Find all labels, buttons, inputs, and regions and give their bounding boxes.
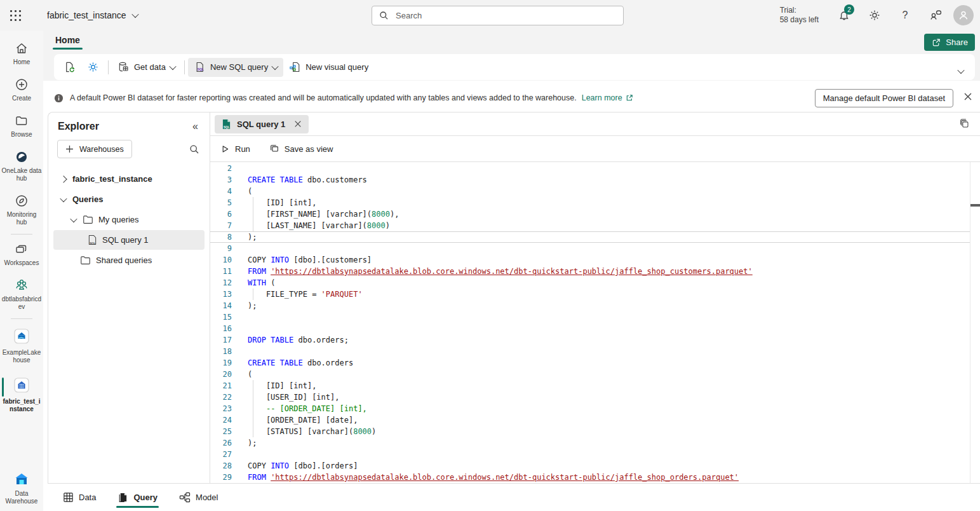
search-icon: [379, 11, 389, 20]
waffle-icon: [10, 10, 21, 21]
collapse-panel-icon[interactable]: «: [192, 121, 198, 132]
rail-item-fabric-test-instance[interactable]: fabric_test_instance: [0, 370, 43, 419]
tab-home[interactable]: Home: [54, 35, 81, 50]
feedback-button[interactable]: [920, 0, 951, 31]
toolbar-separator: [108, 60, 109, 74]
onelake-icon: [15, 150, 29, 164]
global-search[interactable]: [372, 6, 624, 25]
tree-item-shared-queries[interactable]: Shared queries: [53, 250, 205, 270]
line-number: 24: [210, 414, 239, 426]
add-warehouses-button[interactable]: Warehouses: [57, 140, 132, 158]
tab-close-button[interactable]: [294, 120, 302, 128]
settings-toolbar-button[interactable]: [81, 58, 105, 77]
rail-item-dbtlabsfabricdev[interactable]: dbtlabsfabricdev: [0, 273, 43, 317]
new-sql-query-button[interactable]: SQL New SQL query: [188, 58, 283, 77]
code-token: [USER_ID] [int],: [248, 393, 340, 402]
view-tab-data[interactable]: Data: [63, 484, 96, 511]
svg-text:SQL: SQL: [224, 125, 230, 128]
tree-item-label: Queries: [72, 194, 103, 204]
rail-item-onelake-data-hub[interactable]: OneLake data hub: [0, 144, 43, 188]
save-as-view-button[interactable]: Save as view: [269, 144, 333, 154]
sql-file-gray-icon: SQL: [88, 235, 97, 245]
code-line-2: 2: [210, 163, 970, 174]
line-number: 4: [210, 186, 239, 197]
collapse-ribbon-button[interactable]: [958, 65, 963, 76]
explorer-search-icon[interactable]: [189, 144, 199, 154]
code-line-16: 16: [210, 323, 970, 334]
rail-item-browse[interactable]: Browse: [0, 108, 43, 144]
new-visual-query-label: New visual query: [305, 62, 368, 72]
help-icon: ?: [903, 10, 908, 21]
tree-item-sql-query-1[interactable]: SQLSQL query 1: [53, 230, 205, 250]
sql-document-icon: SQL: [194, 61, 206, 73]
view-tab-label: Model: [196, 493, 218, 502]
tree-item-my-queries[interactable]: My queries: [53, 210, 205, 229]
view-tab-query[interactable]: Query: [117, 484, 158, 511]
get-data-button[interactable]: Get data: [112, 58, 181, 77]
workspace-name-dropdown[interactable]: fabric_test_instance: [47, 10, 138, 20]
chevron-right-icon[interactable]: [60, 175, 67, 182]
copy-button[interactable]: [959, 118, 970, 130]
rail-item-create[interactable]: Create: [0, 72, 43, 108]
avatar[interactable]: [953, 5, 974, 25]
plus-icon: [65, 145, 74, 153]
rail-item-monitoring-hub[interactable]: Monitoring hub: [0, 188, 43, 232]
gear-icon: [868, 9, 881, 22]
code-line-4: 4(: [210, 186, 970, 197]
scrollbar-marker[interactable]: [970, 204, 980, 207]
query-action-bar: Run Save as view: [210, 136, 980, 162]
rail-item-home[interactable]: Home: [0, 36, 43, 72]
rail-item-examplelakehouse[interactable]: ExampleLakehouse: [0, 321, 43, 370]
query-tab[interactable]: SQL SQL query 1: [215, 115, 309, 133]
chevron-down-icon: [271, 62, 278, 69]
sql-code-editor[interactable]: 23CREATE TABLE dbo.customers4(5 [ID] [in…: [210, 162, 980, 483]
code-line-21: 21 [ID] [int],: [210, 380, 970, 392]
query-tab-title: SQL query 1: [237, 119, 285, 129]
code-token: [ORDER_DATE] [date],: [248, 416, 358, 425]
code-token: 'https://dbtlabsynapsedatalake.blob.core…: [271, 473, 739, 482]
help-button[interactable]: ?: [890, 0, 920, 31]
code-line-9: 9: [210, 243, 970, 254]
view-tab-model[interactable]: Model: [179, 484, 218, 511]
view-tab-label: Data: [79, 493, 96, 502]
code-token: [ID] [int],: [248, 381, 316, 390]
app-launcher-button[interactable]: [0, 0, 30, 31]
search-input[interactable]: [394, 10, 616, 21]
learn-more-link[interactable]: Learn more: [582, 93, 633, 102]
editor-scrollbar[interactable]: [970, 162, 980, 483]
line-number: 23: [210, 403, 239, 414]
code-token: ): [372, 427, 376, 436]
run-button[interactable]: Run: [220, 144, 250, 154]
code-token: [248, 404, 266, 413]
code-token: (: [248, 187, 252, 196]
chevron-down-icon[interactable]: [60, 194, 67, 201]
line-number: 12: [210, 277, 239, 289]
tree-item-fabric-test-instance[interactable]: fabric_test_instance: [53, 169, 205, 189]
settings-button[interactable]: [859, 0, 890, 31]
code-token: dbo.orders: [303, 358, 353, 367]
share-button[interactable]: Share: [924, 34, 975, 51]
info-banner: A default Power BI dataset for faster re…: [48, 87, 980, 109]
line-number: 7: [210, 220, 239, 231]
get-data-label: Get data: [134, 62, 166, 72]
tree-item-label: My queries: [98, 215, 139, 224]
line-number: 10: [210, 254, 239, 266]
chevron-down-icon[interactable]: [70, 215, 77, 222]
rail-item-label: OneLake data hub: [1, 167, 42, 182]
manage-default-dataset-button[interactable]: Manage default Power BI dataset: [815, 89, 953, 107]
new-visual-query-button[interactable]: New visual query: [283, 58, 374, 77]
line-number: 26: [210, 437, 239, 449]
rail-item-label: Monitoring hub: [1, 211, 42, 226]
rail-item-data-warehouse[interactable]: Data Warehouse: [0, 466, 43, 511]
line-number: 11: [210, 266, 239, 277]
lakehouse-icon: [12, 327, 31, 346]
notification-badge: 2: [844, 4, 854, 15]
refresh-dataset-button[interactable]: [58, 58, 81, 77]
view-tab-label: Query: [133, 493, 158, 502]
notifications-button[interactable]: 2: [829, 0, 859, 31]
line-number: 28: [210, 460, 239, 472]
tree-item-queries[interactable]: Queries: [53, 189, 205, 209]
rail-item-workspaces[interactable]: Workspaces: [0, 236, 43, 273]
banner-close-button[interactable]: [963, 92, 972, 101]
top-bar: fabric_test_instance Trial: 58 days left…: [0, 0, 980, 31]
